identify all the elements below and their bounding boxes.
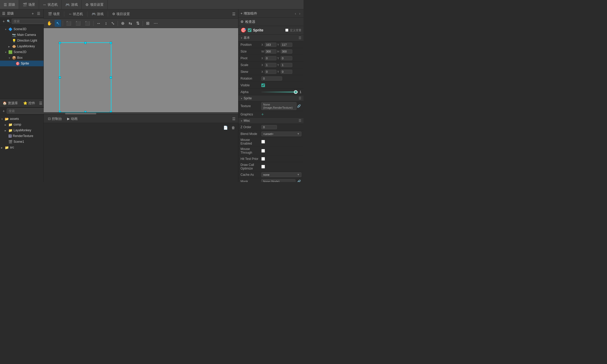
basic-section-menu[interactable]: ☰ [299,36,301,40]
section-sprite-header[interactable]: Sprite ☰ [238,95,304,101]
mouse-enabled-checkbox[interactable] [261,140,265,144]
mouse-through-checkbox[interactable] [261,149,265,153]
stretch-h-btn[interactable]: ↔ [95,20,102,27]
stretch-v-btn[interactable]: ↕ [103,20,109,27]
define-variable-btn[interactable]: 定义变量 [290,28,301,32]
inspector-forward-btn[interactable]: › [298,11,301,16]
section-basic-header[interactable]: 基本 ☰ [238,35,304,41]
tree-item-direction-light[interactable]: 💡 Direction Light [0,38,43,43]
bottom-menu-btn[interactable]: ☰ [231,116,237,121]
handle-top-left[interactable] [59,42,61,44]
cache-as-dropdown[interactable]: none ▼ [261,172,301,177]
scene-tab-game[interactable]: 🎮 游戏 [89,11,106,17]
console-copy-btn[interactable]: 📄 [222,125,229,130]
grid-btn[interactable]: ⊞ [144,20,151,27]
asset-search-input[interactable] [7,108,49,114]
mask-link-btn[interactable]: 🔗 [296,179,301,182]
tab-project[interactable]: ⚙ 项目设置 [82,0,108,9]
graphics-add-btn[interactable]: + [261,112,264,117]
hierarchy-add-small-btn[interactable]: + [2,19,6,24]
align-left-btn[interactable]: ⬛ [65,20,73,27]
handle-top-center[interactable] [84,42,86,44]
visible-checkbox[interactable] [261,83,265,87]
z-order-input[interactable] [261,125,277,129]
tab-game[interactable]: 🎮 游戏 [62,0,82,9]
tab-layers[interactable]: ☰ 层级 [0,0,19,9]
define-variable-checkbox[interactable] [285,29,288,32]
select-tool-btn[interactable]: ↖ [55,20,61,27]
tab-scene[interactable]: 🎬 场景 [19,0,39,9]
lm-folder-arrow[interactable] [5,129,8,132]
console-clear-btn[interactable]: 🗑 [230,125,236,130]
stretch-both-btn[interactable]: ⤡ [110,20,116,27]
align-right-btn[interactable]: ⬛ [83,20,92,27]
tree-item-scene3d[interactable]: 🔷 Scene3D [0,26,43,32]
handle-bottom-center[interactable] [84,111,86,112]
section-misc-header[interactable]: Misc ☰ [238,118,304,124]
tab-states[interactable]: ↔ 状态机 [39,0,62,9]
hit-test-prior-checkbox[interactable] [261,157,265,161]
texture-link-btn[interactable]: 🔗 [296,104,301,108]
asset-item-layamonkey[interactable]: 📁 LayaMonkey [0,127,43,133]
hierarchy-add-btn[interactable]: + [31,11,35,16]
tree-item-sprite[interactable]: 🎯 Sprite [0,61,43,66]
box-arrow[interactable] [8,56,12,59]
scale-x-input[interactable] [265,63,276,67]
add-component-btn[interactable]: + 增加组件 [241,11,257,16]
hierarchy-menu-btn[interactable]: ☰ [36,11,41,16]
handle-bottom-right[interactable] [110,111,112,112]
position-y-input[interactable] [281,43,292,47]
tree-item-laya-monkey[interactable]: 🐵 LayaMonkey [0,43,43,49]
asset-add-btn[interactable]: + [2,108,6,114]
tree-item-scene2d[interactable]: 🟩 Scene2D [0,49,43,55]
size-w-input[interactable] [265,49,276,54]
flip-h-btn[interactable]: ⇆ [127,20,134,27]
asset-item-render-texture[interactable]: 🖼 RenderTexture [0,133,43,139]
alpha-slider[interactable] [261,92,298,93]
asset-item-comp[interactable]: 📁 comp [0,122,43,127]
src-arrow[interactable] [1,146,5,149]
asset-item-src[interactable]: 📁 src [0,145,43,150]
anchor-btn[interactable]: ⊕ [119,20,126,27]
tree-item-box[interactable]: 📦 Box [0,55,43,61]
inspector-back-btn[interactable]: ‹ [294,11,297,16]
assets-root-arrow[interactable] [1,118,5,120]
handle-mid-right[interactable] [110,76,112,79]
tree-item-main-camera[interactable]: 📷 Main Camera [0,32,43,38]
skew-y-input[interactable] [281,70,292,74]
extra-btn[interactable]: ⋯ [152,20,159,27]
viewport-scrollbar[interactable] [44,112,238,114]
pivot-x-input[interactable] [265,56,276,60]
handle-top-right[interactable] [110,42,112,44]
monkey-arrow[interactable] [8,45,12,48]
align-center-btn[interactable]: ⬛ [74,20,82,27]
asset-item-scene1[interactable]: 🎬 Scene1 [0,139,43,145]
blend-mode-dropdown[interactable]: <unset> ▼ [261,132,301,136]
tab-assets[interactable]: 🏠 资源库 [0,99,21,107]
scale-y-input[interactable] [281,63,292,67]
component-enabled-checkbox[interactable] [248,28,251,32]
scene3d-arrow[interactable] [5,28,8,31]
position-x-input[interactable] [265,43,276,47]
tab-console[interactable]: ⊡ 控制台 [45,115,65,123]
flip-v-btn[interactable]: ⇅ [135,20,141,27]
asset-item-root[interactable]: 📂 assets [0,116,43,122]
pivot-y-input[interactable] [281,56,292,60]
skew-x-input[interactable] [265,70,276,74]
scene-tab-scene[interactable]: 🎬 场景 [45,11,62,17]
scene2d-arrow[interactable] [5,51,8,54]
rotation-input[interactable] [261,76,282,81]
assets-menu-btn[interactable]: ☰ [38,101,43,106]
hand-tool-btn[interactable]: ✋ [45,20,54,27]
tab-controls[interactable]: ⭐ 控件 [21,99,38,107]
viewport-menu-btn[interactable]: ☰ [231,11,237,17]
handle-bottom-left[interactable] [59,111,61,112]
size-h-input[interactable] [281,49,292,54]
misc-section-menu[interactable]: ☰ [299,119,301,122]
sprite-section-menu[interactable]: ☰ [299,96,301,100]
comp-arrow[interactable] [5,123,8,126]
tab-animation[interactable]: ▶ 动画 [65,115,80,123]
draw-call-optimize-checkbox[interactable] [261,165,265,168]
scene-tab-project[interactable]: ⚙ 项目设置 [110,11,132,17]
handle-mid-left[interactable] [59,76,61,79]
